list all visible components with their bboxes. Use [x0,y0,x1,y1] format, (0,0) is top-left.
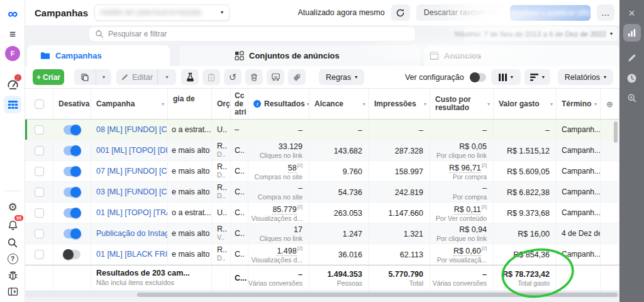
select-all-checkbox[interactable] [35,99,44,109]
edit-button[interactable]: Editar [116,69,157,85]
avatar[interactable]: F [0,46,25,61]
view-setup-toggle[interactable] [470,73,486,82]
vertical-scrollbar-thumb[interactable] [614,121,618,143]
column-header-budget[interactable]: Orç [212,89,231,119]
sort-icon[interactable]: ▾ [592,101,597,107]
tag-button[interactable] [288,69,306,85]
edit-menu-button[interactable]: ▾ [157,69,176,85]
search-box[interactable] [89,27,415,41]
ab-test-button[interactable] [181,69,199,85]
add-column-icon[interactable]: ⊕ [606,99,613,109]
pencil-icon [121,73,129,81]
column-header-impressions[interactable]: Impressões▾ [369,89,430,119]
bid-strategy-cell: o a estrat... [168,120,212,140]
column-header-campaign[interactable]: Campanha▾ [91,89,168,119]
row-checkbox[interactable] [35,125,44,135]
campaign-link[interactable]: 001 [ML] [TOPO] [DIST... [96,146,168,155]
close-panel-button[interactable]: × [619,6,644,20]
duplicate-menu-button[interactable]: ▾ [96,69,111,85]
more-options-button[interactable]: … [597,4,614,21]
row-checkbox[interactable] [35,208,44,218]
column-header-toggle[interactable]: Desativa [53,89,91,119]
column-header-end[interactable]: Término▾ [557,89,601,119]
settings-button[interactable]: ⚙ [0,200,25,214]
campaign-toggle[interactable] [64,146,80,155]
global-search-button[interactable] [0,236,25,250]
campaign-link[interactable]: 03 [ML] [FUNDO] [CON... [96,187,168,196]
campaign-toggle[interactable] [64,125,80,135]
search-input[interactable] [108,30,409,38]
row-checkbox[interactable] [35,146,44,155]
campaign-toggle[interactable] [64,250,80,259]
tab-campaigns[interactable]: Campanhas [27,45,170,66]
sort-icon[interactable]: ▾ [305,101,309,107]
sort-icon[interactable]: ▾ [160,101,164,107]
sort-icon[interactable]: ▾ [361,101,365,107]
columns-button[interactable]: ▾ [491,69,521,85]
date-range-selector[interactable]: Máximo: 7 de Nov de 2013 a 6 de Dez de 2… [464,27,618,41]
column-header-reach[interactable]: Alcance▾ [309,89,369,119]
row-checkbox[interactable] [35,250,44,259]
refresh-button[interactable] [391,4,410,21]
date-range-label: Máximo: 7 de Nov de 2013 a 6 de Dez de 2… [455,30,606,38]
account-selector[interactable]: FERRI SP (326701974743339) ▾ [94,4,230,21]
campaign-link[interactable]: Publicação do Instagr... [96,229,168,238]
campaign-toggle[interactable] [64,187,80,197]
campaign-toggle[interactable] [64,208,80,218]
insights-chart-button[interactable] [619,24,644,42]
column-header-spend[interactable]: Valor gasto▾ [494,89,557,119]
column-header-attribution[interactable]: Cc de atri [231,89,248,119]
sidebar-item-campaigns[interactable] [0,96,25,113]
column-header-cost[interactable]: Custo por resultado▾ [430,89,494,119]
campaign-link[interactable]: 01 [ML] [TOPO] [TRÁF... [96,208,168,217]
row-checkbox[interactable] [35,167,44,176]
campaign-toggle[interactable] [64,167,80,176]
rules-button[interactable]: Regras ▾ [319,69,364,85]
collapse-panel-button[interactable] [0,284,25,298]
zoom-tool-button[interactable] [619,92,644,104]
cell-sublabel: Compras no site [255,172,303,181]
sort-icon[interactable]: ▾ [548,101,553,107]
totals-cost-cell: –Várias conversões [430,266,494,291]
meta-logo-icon[interactable]: ∞ [0,6,25,21]
discard-drafts-button[interactable]: Descartar rascunhos [416,4,504,21]
campaign-link[interactable]: 01 [ML] [BLACK FRIDA... [96,250,168,259]
duplicate-button[interactable] [74,69,96,85]
totals-impressions-cell: 5.770.790Total [369,266,430,291]
reports-button[interactable]: Relatórios ▾ [558,69,613,85]
undo-button[interactable]: ↺ [224,69,242,85]
column-header-results[interactable]: iResultados▾ [248,89,309,119]
campaign-toggle[interactable] [64,229,80,238]
publish-button[interactable]: Analisar e publicar (25) [510,5,591,21]
history-tool-button[interactable] [619,72,644,84]
sidebar-item-account-overview[interactable]: 2 [0,77,25,92]
column-header-strategy[interactable]: gia de [168,89,212,119]
footnote-marker: [2] [297,204,303,210]
row-checkbox[interactable] [35,187,44,197]
sort-icon[interactable]: ▾ [422,101,426,107]
row-checkbox[interactable] [35,229,44,238]
chevron-down-icon: ▾ [610,31,613,36]
delete-button[interactable] [245,69,263,85]
notifications-button[interactable]: 99 [0,218,25,233]
breakdown-button[interactable]: ▾ [525,69,550,85]
impressions-cell: 1.321 [369,223,430,243]
horizontal-scrollbar[interactable] [25,292,619,297]
paste-button[interactable] [203,69,220,85]
reach-cell: 54.736 [309,182,369,202]
horizontal-scrollbar-thumb[interactable] [137,293,618,297]
trash-icon [250,73,258,82]
sort-icon[interactable]: ▾ [486,101,490,107]
cell-value: – [419,126,423,135]
tab-ads[interactable]: Anúncios [425,45,619,66]
export-button[interactable] [267,69,284,85]
campaign-link[interactable]: 08 [ML] [FUNDO] [CON... [96,125,168,134]
main-menu-button[interactable]: ≡ [0,28,25,42]
help-button[interactable]: ? [0,252,25,265]
create-button[interactable]: + Criar [33,69,64,85]
report-bug-button[interactable] [0,268,25,282]
column-label: Desativa [58,99,89,108]
campaign-link[interactable]: 07 [ML] [FUNDO] [CON... [96,167,168,176]
edit-tool-button[interactable] [619,52,644,64]
tab-ad-sets[interactable]: Conjuntos de anúncios [179,45,420,66]
